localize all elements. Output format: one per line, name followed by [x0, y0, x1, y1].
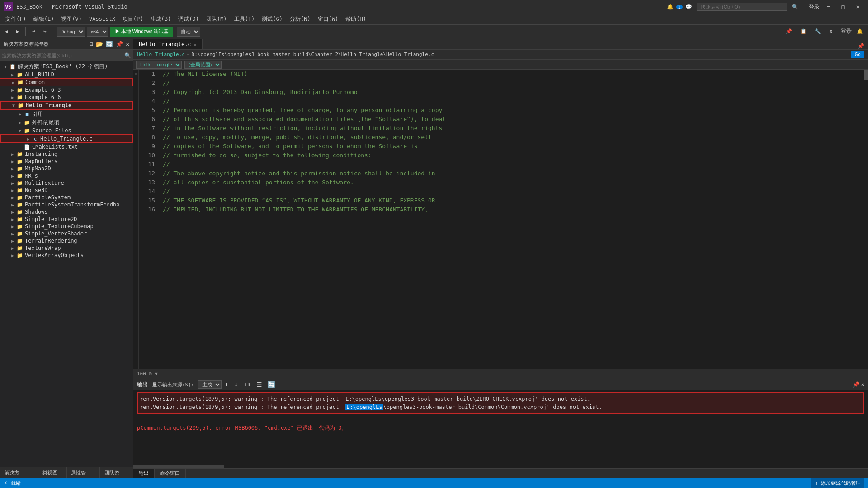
search-icon[interactable]: 🔍 — [792, 4, 798, 10]
tree-item-all-build[interactable]: ▶ 📁 ALL_BUILD — [0, 71, 133, 78]
feedback-icon[interactable]: 💬 — [685, 4, 692, 10]
redo-button[interactable]: ↪ — [40, 27, 50, 36]
tree-item-mrts[interactable]: ▶ 📁 MRTs — [0, 172, 133, 179]
toolbar-extra-1[interactable]: 🔔 — [854, 27, 866, 36]
tree-item-example66[interactable]: ▶ 📁 Example_6_6 — [0, 94, 133, 101]
tree-item-mapbuffers[interactable]: ▶ 📁 MapBuffers — [0, 158, 133, 165]
minimize-button[interactable]: ─ — [822, 2, 835, 11]
tree-item-hello-triangle[interactable]: ▼ 📁 Hello_Triangle — [0, 101, 133, 110]
zoom-dropdown[interactable]: ▼ — [155, 371, 158, 377]
refresh-button[interactable]: 🔄 — [106, 41, 113, 47]
forward-button[interactable]: ▶ — [13, 27, 23, 36]
collapse-button-1[interactable]: ⊟ — [133, 70, 138, 79]
output-btn-4[interactable]: ☰ — [255, 380, 264, 389]
auto-select[interactable]: 自动 — [177, 27, 200, 37]
menu-item-vassistx[interactable]: VAssistX — [85, 15, 119, 23]
output-tab-command[interactable]: 命令窗口 — [155, 469, 186, 479]
footer-tab-classview[interactable]: 类视图 — [33, 467, 67, 478]
close-panel-button[interactable]: ✕ — [126, 41, 129, 47]
maximize-button[interactable]: □ — [836, 2, 850, 11]
footer-tab-solution[interactable]: 解决方... — [0, 467, 33, 478]
menu-item-b[interactable]: 生成(B) — [147, 14, 175, 24]
output-btn-3[interactable]: ⬆⬆ — [241, 380, 253, 389]
footer-tab-properties[interactable]: 属性管... — [67, 467, 100, 478]
output-hscrollbar-thumb[interactable] — [133, 465, 224, 468]
menu-item-n[interactable]: 分析(N) — [286, 14, 314, 24]
quick-launch-input[interactable] — [697, 3, 787, 11]
add-source-control-button[interactable]: ↑ 添加到源代码管理 — [811, 478, 864, 488]
footer-tab-team[interactable]: 团队资... — [100, 467, 133, 478]
settings-button[interactable]: ⚙ — [826, 27, 835, 36]
toolbar-right-btn-2[interactable]: 📋 — [797, 27, 810, 36]
toolbar-right-btn-3[interactable]: 🔧 — [811, 27, 824, 36]
tree-solution[interactable]: ▼ 📋 解决方案'ES3_Book' (22 个项目) — [0, 62, 133, 71]
zoom-level[interactable]: 100 % — [137, 371, 152, 377]
tree-item-particlesystem-tf[interactable]: ▶ 📁 ParticleSystemTransformFeedba... — [0, 201, 133, 208]
tree-item-vertexarrayobjects[interactable]: ▶ 📁 VertexArrayObjects — [0, 252, 133, 259]
search-icon[interactable]: 🔍 — [124, 52, 131, 59]
source-select[interactable]: 生成 — [198, 380, 222, 389]
tree-item-simplevertexshader[interactable]: ▶ 📁 Simple_VertexShader — [0, 230, 133, 237]
tree-item-particlesystem[interactable]: ▶ 📁 ParticleSystem — [0, 194, 133, 201]
menu-item-v[interactable]: 视图(V) — [57, 14, 85, 24]
tree-item-multitexture[interactable]: ▶ 📁 MultiTexture — [0, 179, 133, 187]
tree-item-texturewrap[interactable]: ▶ 📁 TextureWrap — [0, 244, 133, 252]
debug-mode-select[interactable]: Debug — [57, 27, 85, 37]
pin-tab-button[interactable]: 📌 — [858, 43, 864, 49]
output-btn-2[interactable]: ⬇ — [232, 380, 240, 389]
tree-item-terrainrendering[interactable]: ▶ 📁 TerrainRendering — [0, 237, 133, 244]
menu-item-m[interactable]: 团队(M) — [203, 14, 231, 24]
undo-button[interactable]: ↩ — [29, 27, 38, 36]
tree-item-shadows[interactable]: ▶ 📁 Shadows — [0, 208, 133, 216]
code-content[interactable]: // The MIT License (MIT) // // Copyright… — [159, 70, 863, 369]
tree-item-mipmap2d[interactable]: ▶ 📁 MipMap2D — [0, 165, 133, 172]
menu-item-e[interactable]: 编辑(E) — [30, 14, 58, 24]
range-select[interactable]: (全局范围) — [184, 61, 222, 69]
tab-hello-triangle-c[interactable]: Hello_Triangle.c ✕ — [133, 39, 203, 49]
menu-item-f[interactable]: 文件(F) — [2, 14, 30, 24]
menu-item-g[interactable]: 测试(G) — [258, 14, 286, 24]
pin-button[interactable]: 📌 — [116, 41, 123, 47]
search-input[interactable] — [2, 53, 124, 58]
output-hscrollbar[interactable] — [133, 465, 868, 468]
tree-item-simpletexture2d[interactable]: ▶ 📁 Simple_Texture2D — [0, 216, 133, 223]
collapse-all-button[interactable]: ⊟ — [90, 41, 93, 47]
tree-item-example63[interactable]: ▶ 📁 Example_6_3 — [0, 86, 133, 94]
show-all-files-button[interactable]: 📂 — [96, 41, 103, 47]
tree-item-source-files[interactable]: ▼ 📁 Source Files — [0, 127, 133, 134]
notification-icon[interactable]: 🔔 — [667, 4, 674, 10]
run-button[interactable]: ▶ 本地 Windows 调试器 — [110, 27, 174, 37]
go-button[interactable]: Go — [851, 52, 864, 57]
output-tab-output[interactable]: 输出 — [133, 469, 155, 479]
menu-item-p[interactable]: 项目(P) — [119, 14, 147, 24]
tree-item-common[interactable]: ▶ 📁 Common — [0, 78, 133, 86]
tree-item-hello-c[interactable]: ▶ c Hello_Triangle.c — [0, 134, 133, 143]
menu-item-h[interactable]: 帮助(H) — [342, 14, 370, 24]
scrollbar-thumb[interactable] — [864, 70, 868, 80]
toolbar-right-btn-1[interactable]: 📌 — [783, 27, 795, 36]
tree-item-instancing[interactable]: ▶ 📁 Instancing — [0, 150, 133, 158]
output-pin-button[interactable]: 📌 — [853, 381, 859, 388]
tree-item-noise3d[interactable]: ▶ 📁 Noise3D — [0, 187, 133, 194]
login-label[interactable]: 登录 — [841, 28, 852, 35]
menu-item-w[interactable]: 窗口(W) — [314, 14, 342, 24]
scope-select[interactable]: Hello_Triangle — [136, 61, 182, 69]
platform-select[interactable]: x64 — [87, 27, 108, 37]
output-close-button[interactable]: ✕ — [861, 381, 864, 388]
output-btn-5[interactable]: 🔄 — [266, 380, 277, 389]
tree-item-cmakelists[interactable]: 📄 CMakeLists.txt — [0, 143, 133, 150]
menu-item-d[interactable]: 调试(D) — [175, 14, 203, 24]
source-control-icon[interactable]: ⚡ — [4, 479, 7, 487]
close-button[interactable]: ✕ — [851, 2, 864, 11]
tree-item-external-deps[interactable]: ▶ 📁 外部依赖项 — [0, 118, 133, 127]
go-label[interactable]: Go — [851, 51, 864, 58]
tree-item-simpletexturecubemap[interactable]: ▶ 📁 Simple_TextureCubemap — [0, 223, 133, 230]
tree-item-references[interactable]: ▶ ■ 引用 — [0, 110, 133, 118]
expand-icon: ▶ — [9, 188, 16, 193]
menu-item-t[interactable]: 工具(T) — [231, 14, 259, 24]
tab-close-button[interactable]: ✕ — [194, 42, 197, 47]
login-button[interactable]: 登录 — [807, 2, 821, 11]
editor-scrollbar[interactable] — [863, 70, 868, 369]
back-button[interactable]: ◀ — [2, 27, 11, 36]
output-btn-1[interactable]: ⬆ — [223, 380, 231, 389]
